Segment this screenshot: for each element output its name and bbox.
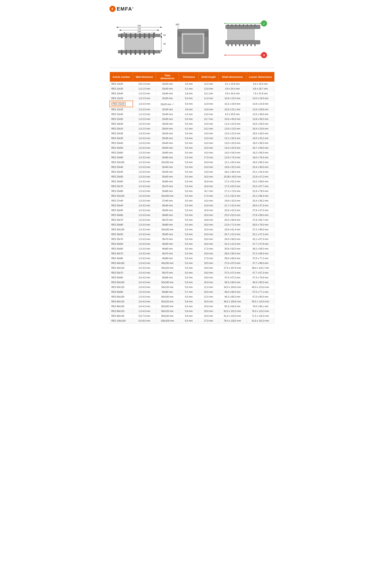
cell-tube-dimensions: 60x80 mm	[156, 290, 179, 294]
cell-shaft-dimensions: 13,0 x 42,8 mm	[219, 146, 246, 150]
cell-shaft-length: 16,8 mm	[199, 179, 219, 184]
header: E EMFA®	[109, 4, 275, 16]
logo-text: EMFA®	[117, 6, 134, 12]
cell-article-number: RES 25x50	[110, 174, 133, 179]
table-row: RES 40x801,5-3,0 mm40x80 mm5,0 mm17,0 mm…	[110, 256, 274, 261]
header-wall-thickness: Wall thickness	[133, 72, 156, 82]
cell-article-number: RES 40x50	[110, 242, 133, 247]
cell-thickness: 5,8 mm	[179, 314, 199, 318]
cell-wall-thickness: 1,0-2,0 mm	[133, 117, 156, 122]
cell-thickness: 5,0 mm	[179, 141, 199, 146]
cell-thickness: 5,0 mm	[179, 184, 199, 189]
cell-shaft-length: 15,0 mm	[199, 232, 219, 237]
cell-shaft-length: 18,0 mm	[199, 242, 219, 247]
cell-wall-thickness: 1,5-3,0 mm	[133, 208, 156, 213]
cell-shaft-dimensions: 21,8 x 71,4 mm	[219, 222, 246, 227]
cell-thickness: 5,8 mm	[179, 299, 199, 304]
cell-article-number: RES 80x100	[110, 304, 133, 309]
cell-louver-dimensions: 46,3 x 95,5 mm	[246, 280, 274, 285]
cell-louver-dimensions: 28,5 x 78,5 mm	[246, 222, 274, 227]
cell-tube-dimensions: 10x30 mm	[156, 86, 179, 91]
cell-shaft-dimensions: 10,9 x 23,1 mm	[219, 107, 246, 112]
svg-text:✕: ✕	[263, 53, 265, 57]
cell-shaft-dimensions: 46,2 x 85,0 mm	[219, 294, 246, 299]
cell-tube-dimensions: 50x120 mm	[156, 285, 179, 290]
cell-louver-dimensions: 71,5 x 132,0 mm	[246, 314, 274, 318]
table-row: RES 15x401,2-2,5 mm15x40 mm4,2 mm13,0 mm…	[110, 112, 274, 117]
cell-thickness: 4,2 mm	[179, 112, 199, 117]
cell-wall-thickness: 1,5-3,0 mm	[133, 170, 156, 174]
cell-thickness: 6,0 mm	[179, 318, 199, 323]
svg-rect-23	[121, 50, 122, 55]
cell-shaft-dimensions: 37,0 x 67,5 mm	[219, 275, 246, 280]
cell-shaft-length: 14,0 mm	[199, 165, 219, 170]
cell-louver-dimensions: 27,6 x 47,5 mm	[246, 208, 274, 213]
cell-tube-dimensions: 60x100 mm	[156, 294, 179, 299]
cell-article-number: RES 40x100	[110, 261, 133, 266]
cell-louver-dimensions: 18,0 x 78,4 mm	[246, 155, 274, 160]
table-row: RES 50x1202,0-4,0 mm50x120 mm5,0 mm21,0 …	[110, 285, 274, 290]
cell-wall-thickness: 1,5-3,0 mm	[133, 203, 156, 208]
cell-shaft-dimensions: 26,7 x 41,5 mm	[219, 232, 246, 237]
cell-louver-dimensions: 18,2 x 58,0 mm	[246, 150, 274, 155]
cell-shaft-dimensions: 14,0 x 54,0 mm	[219, 150, 246, 155]
cell-thickness: 5,0 mm	[179, 96, 199, 101]
cell-wall-thickness: 1,5-3,0 mm	[133, 179, 156, 184]
cell-shaft-length: 19,0 mm	[199, 251, 219, 256]
cell-wall-thickness: 1,5-3,0 mm	[133, 218, 156, 222]
cell-article-number: RES 35x70	[110, 237, 133, 242]
cell-tube-dimensions: 50x100 mm	[156, 280, 179, 285]
table-row: RES 40x501,5-3,0 mm40x50 mm5,0 mm18,0 mm…	[110, 242, 274, 247]
cell-thickness: 5,0 mm	[179, 213, 199, 218]
cell-louver-dimensions: 27,8 x 66,7 mm	[246, 218, 274, 222]
cell-tube-dimensions: 40x80 mm	[156, 256, 179, 261]
cell-wall-thickness: 1,5-3,0 mm	[133, 184, 156, 189]
svg-rect-16	[125, 33, 127, 38]
table-row: RES 15x301,0-2,0 mm15x30 mm3,8 mm14,8 mm…	[110, 107, 274, 112]
svg-text:SE: SE	[163, 43, 166, 45]
svg-rect-60	[239, 24, 240, 26]
cell-shaft-dimensions: 17,2 x 92,4 mm	[219, 194, 246, 198]
cell-article-number: RES 40x70	[110, 251, 133, 256]
cell-louver-dimensions: 37,7 x 96,0 mm	[246, 261, 274, 266]
table-row: RES 35x501,5-3,0 mm35x50 mm5,0 mm15,0 mm…	[110, 232, 274, 237]
cell-tube-dimensions: 80x120 mm	[156, 309, 179, 314]
cell-wall-thickness: 1,2-2,5 mm	[133, 112, 156, 117]
cell-tube-dimensions: 25x60 mm	[156, 179, 179, 184]
table-row: RES 15x251,0-2,0 mm15x25 mm ✓5,0 mm12,9 …	[110, 101, 274, 107]
cell-shaft-dimensions: 19,9 x 91,4 mm	[219, 227, 246, 232]
cell-louver-dimensions: 22,8 x 47,2 mm	[246, 174, 274, 179]
table-row: RES 18x301,0-3,0 mm18x30 mm5,0 mm14,0 mm…	[110, 122, 274, 126]
svg-text:SM: SM	[138, 30, 141, 33]
cell-article-number: RES 40x120	[110, 266, 133, 271]
cell-article-number: RES 10x20	[110, 82, 133, 86]
cell-shaft-dimensions: 19,8 x 32,6 mm	[219, 198, 246, 203]
cell-shaft-length: 16,0 mm	[199, 208, 219, 213]
cell-wall-thickness: 1,0-2,0 mm	[133, 107, 156, 112]
cell-thickness: 5,0 mm	[179, 280, 199, 285]
cell-shaft-dimensions: 22,8 x 42,5 mm	[219, 208, 246, 213]
cell-thickness: 5,0 mm	[179, 165, 199, 170]
cell-article-number: RES 25x80	[110, 189, 133, 194]
cell-louver-dimensions: 76,0 x 115,3 mm	[246, 309, 274, 314]
cell-shaft-length: 14,0 mm	[199, 150, 219, 155]
diagram-orientation: ✓	[222, 20, 270, 62]
cell-thickness: 5,0 mm	[179, 155, 199, 160]
cell-shaft-dimensions: 10,3 x 19,9 mm	[219, 101, 246, 107]
cell-louver-dimensions: 56,5 x 115,5 mm	[246, 299, 274, 304]
svg-rect-64	[254, 24, 256, 26]
svg-rect-57	[227, 24, 229, 26]
cell-shaft-length: 15,0 mm	[199, 146, 219, 150]
cell-tube-dimensions: 25x70 mm	[156, 184, 179, 189]
cell-wall-thickness: 1,0-3,0 mm	[133, 141, 156, 146]
svg-marker-54	[224, 23, 226, 24]
header-louver-dimensions: Louver dimensions	[246, 72, 274, 82]
cell-article-number: RES 15x20	[110, 96, 133, 101]
cell-wall-thickness: 1,5-3,0 mm	[133, 160, 156, 165]
cell-tube-dimensions: 20x100 mm	[156, 160, 179, 165]
svg-rect-20	[144, 33, 145, 38]
cell-shaft-dimensions: 12,1 x 92,4 mm	[219, 160, 246, 165]
cell-article-number: RES 27x40	[110, 198, 133, 203]
cell-shaft-length: 13,1 mm	[199, 91, 219, 96]
svg-marker-36	[161, 35, 162, 37]
